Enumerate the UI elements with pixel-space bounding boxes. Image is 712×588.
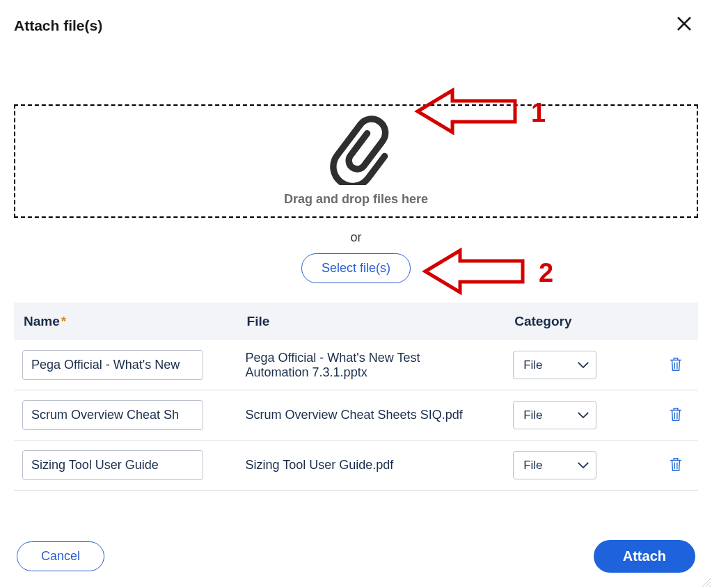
column-header-name: Name* xyxy=(14,303,237,340)
required-asterisk: * xyxy=(61,314,66,328)
table-row: Pega Official - What's New Test Automati… xyxy=(14,340,698,390)
svg-line-6 xyxy=(709,585,711,587)
delete-row-button[interactable] xyxy=(665,453,686,477)
trash-icon xyxy=(668,456,683,472)
dropzone-text: Drag and drop files here xyxy=(284,192,428,207)
paperclip-icon xyxy=(322,116,391,188)
file-name-input[interactable] xyxy=(22,350,203,380)
category-select-wrap: File xyxy=(513,401,596,429)
file-name-input[interactable] xyxy=(22,400,203,430)
dropzone-area: Drag and drop files here 1 or Select fil… xyxy=(14,104,698,283)
file-label: Sizing Tool User Guide.pdf xyxy=(246,458,475,472)
svg-line-4 xyxy=(702,578,711,587)
file-dropzone[interactable]: Drag and drop files here xyxy=(14,104,698,218)
select-files-wrap: Select file(s) xyxy=(14,253,698,283)
modal-header: Attach file(s) xyxy=(0,0,712,38)
delete-row-button[interactable] xyxy=(665,353,686,377)
column-header-name-label: Name xyxy=(24,314,60,328)
category-select[interactable]: File xyxy=(513,351,596,379)
resize-handle[interactable] xyxy=(701,577,711,587)
table-row: Sizing Tool User Guide.pdf File xyxy=(14,440,698,491)
or-text: or xyxy=(14,230,698,245)
modal-title: Attach file(s) xyxy=(14,17,102,34)
category-select-wrap: File xyxy=(513,451,596,479)
table-row: Scrum Overview Cheat Sheets SIQ.pdf File xyxy=(14,390,698,440)
attach-button[interactable]: Attach xyxy=(594,540,695,573)
file-name-input[interactable] xyxy=(22,450,203,480)
column-header-file: File xyxy=(237,303,505,340)
attach-files-modal: Attach file(s) Drag and drop files here xyxy=(0,0,712,588)
category-select[interactable]: File xyxy=(513,451,596,479)
trash-icon xyxy=(668,406,683,422)
category-select[interactable]: File xyxy=(513,401,596,429)
column-header-actions xyxy=(654,303,698,340)
delete-row-button[interactable] xyxy=(665,403,686,427)
modal-footer: Cancel Attach xyxy=(0,529,712,588)
files-table: Name* File Category Pega Official - What… xyxy=(14,303,698,491)
table-header-row: Name* File Category xyxy=(14,303,698,340)
modal-body-scroll[interactable]: Drag and drop files here 1 or Select fil… xyxy=(0,38,712,529)
column-header-category: Category xyxy=(505,303,654,340)
file-label: Scrum Overview Cheat Sheets SIQ.pdf xyxy=(246,408,475,422)
close-icon xyxy=(676,15,693,32)
category-select-wrap: File xyxy=(513,351,596,379)
file-label: Pega Official - What's New Test Automati… xyxy=(246,351,475,380)
trash-icon xyxy=(668,356,683,372)
select-files-button[interactable]: Select file(s) xyxy=(301,253,411,283)
cancel-button[interactable]: Cancel xyxy=(17,541,104,571)
close-button[interactable] xyxy=(670,13,698,38)
files-tbody: Pega Official - What's New Test Automati… xyxy=(14,340,698,491)
